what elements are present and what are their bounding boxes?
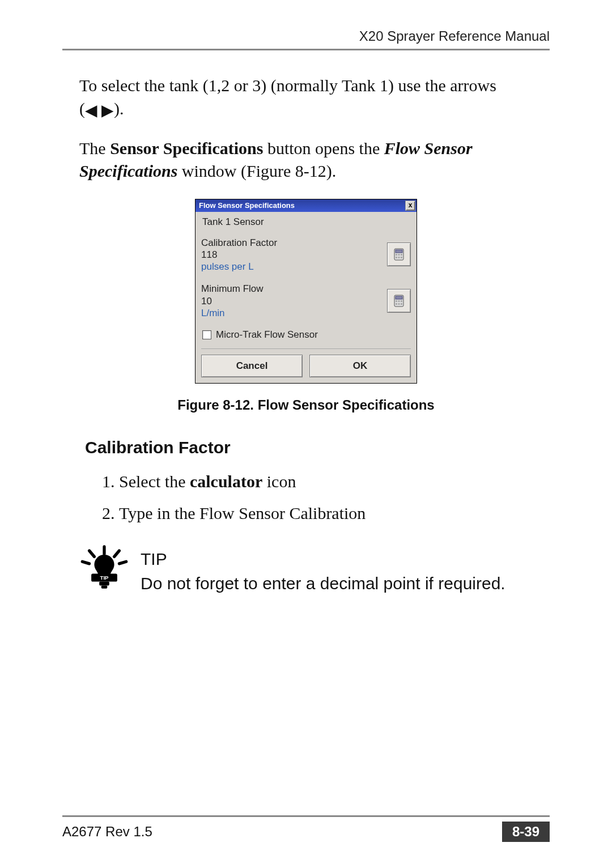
li1-c: icon: [262, 472, 296, 491]
flow-sensor-dialog: Flow Sensor Specifications x Tank 1 Sens…: [195, 199, 417, 384]
calibration-calculator-button[interactable]: [387, 242, 411, 266]
svg-rect-2: [396, 254, 397, 256]
calibration-factor-row: Calibration Factor 118 pulses per L: [201, 237, 411, 273]
calibration-factor-text: Calibration Factor 118 pulses per L: [201, 237, 277, 273]
para2-c: button opens the: [263, 139, 384, 158]
microtrak-label: Micro-Trak Flow Sensor: [216, 329, 318, 341]
li1-a: Select the: [119, 472, 190, 491]
paragraph-sensor-specs: The Sensor Specifications button opens t…: [79, 137, 510, 183]
svg-rect-11: [398, 300, 400, 302]
minimum-flow-unit: L/min: [201, 307, 264, 319]
calculator-icon: [394, 295, 404, 307]
svg-rect-4: [401, 254, 402, 256]
tank-sensor-label: Tank 1 Sensor: [202, 216, 411, 228]
instruction-item-1: Select the calculator icon: [119, 472, 550, 491]
doc-revision: A2677 Rev 1.5: [62, 824, 152, 840]
tip-label: TIP: [141, 548, 505, 571]
svg-rect-23: [101, 586, 108, 589]
para2-b: Sensor Specifications: [110, 139, 263, 158]
header-title: X20 Sprayer Reference Manual: [62, 28, 550, 50]
manual-page: X20 Sprayer Reference Manual To select t…: [0, 0, 612, 868]
svg-line-20: [119, 561, 126, 564]
tip-body: Do not forget to enter a decimal point i…: [141, 574, 505, 593]
svg-rect-13: [396, 303, 397, 305]
dialog-titlebar: Flow Sensor Specifications x: [196, 199, 416, 212]
dialog-figure: Flow Sensor Specifications x Tank 1 Sens…: [62, 199, 550, 384]
svg-line-19: [82, 561, 89, 564]
svg-rect-14: [398, 303, 400, 305]
svg-line-17: [90, 551, 95, 557]
svg-rect-7: [401, 257, 402, 258]
calibration-factor-unit: pulses per L: [201, 261, 277, 273]
svg-rect-3: [398, 254, 400, 256]
svg-rect-15: [401, 303, 402, 305]
minimum-flow-row: Minimum Flow 10 L/min: [201, 283, 411, 319]
cancel-button[interactable]: Cancel: [201, 355, 303, 377]
figure-caption: Figure 8-12. Flow Sensor Specifications: [62, 397, 550, 413]
ok-button[interactable]: OK: [309, 355, 411, 377]
microtrak-checkbox[interactable]: [202, 330, 211, 339]
page-number: 8-39: [502, 822, 550, 842]
dialog-button-row: Cancel OK: [201, 348, 411, 377]
tip-icon: TIP: [79, 544, 129, 590]
calibration-factor-value: 118: [201, 249, 277, 261]
svg-line-18: [114, 551, 120, 557]
svg-rect-1: [396, 250, 402, 253]
instruction-item-2: Type in the Flow Sensor Calibration: [119, 504, 550, 523]
tip-badge-text: TIP: [100, 575, 109, 581]
calibration-factor-label: Calibration Factor: [201, 237, 277, 249]
minimum-flow-value: 10: [201, 295, 264, 307]
para1-text-a: To select the tank (1,2 or 3) (normally …: [79, 76, 496, 118]
minimum-flow-label: Minimum Flow: [201, 283, 264, 295]
svg-rect-9: [396, 296, 402, 299]
dialog-title: Flow Sensor Specifications: [199, 201, 295, 210]
section-heading-calibration-factor: Calibration Factor: [85, 438, 550, 457]
calculator-icon: [394, 248, 404, 261]
page-footer: A2677 Rev 1.5 8-39: [62, 815, 550, 842]
para2-e: window (Figure 8-12).: [177, 161, 336, 180]
close-button[interactable]: x: [405, 201, 415, 211]
instruction-list: Select the calculator icon Type in the F…: [119, 472, 550, 523]
svg-rect-6: [398, 257, 400, 258]
tip-block: TIP TIP Do not forget to enter a decimal…: [79, 548, 550, 595]
li1-b: calculator: [190, 472, 262, 491]
microtrak-checkbox-row[interactable]: Micro-Trak Flow Sensor: [202, 329, 411, 341]
dialog-body: Tank 1 Sensor Calibration Factor 118 pul…: [196, 212, 416, 384]
svg-rect-5: [396, 257, 397, 258]
minflow-calculator-button[interactable]: [387, 289, 411, 313]
para2-a: The: [79, 139, 110, 158]
svg-rect-10: [396, 300, 397, 302]
svg-rect-12: [401, 300, 402, 302]
minimum-flow-text: Minimum Flow 10 L/min: [201, 283, 264, 319]
paragraph-select-tank: To select the tank (1,2 or 3) (normally …: [79, 74, 510, 121]
left-right-arrows: ◀ ▶: [85, 101, 114, 119]
para1-text-b: ).: [114, 99, 124, 118]
tip-text: TIP Do not forget to enter a decimal poi…: [141, 548, 505, 595]
svg-rect-22: [99, 582, 109, 586]
